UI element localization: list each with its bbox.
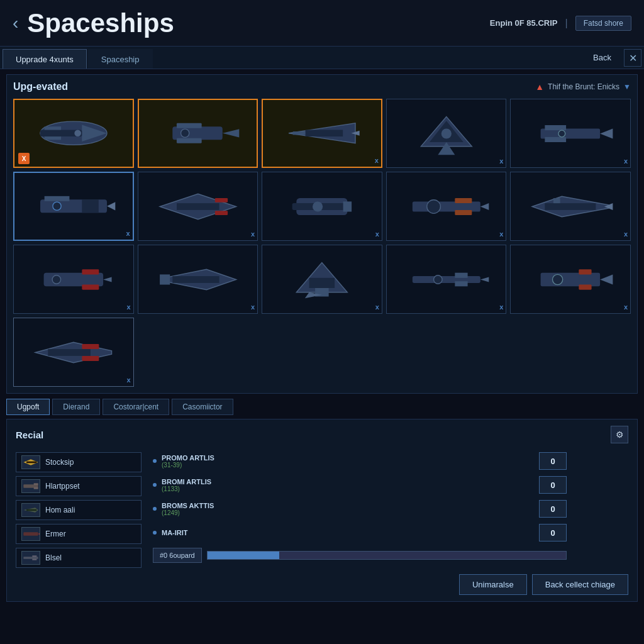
svg-point-38 bbox=[427, 199, 441, 213]
stat-bullet-2 bbox=[153, 483, 157, 487]
ship-cell-15[interactable]: x bbox=[510, 245, 631, 314]
unimaralse-button[interactable]: Unimaralse bbox=[459, 574, 527, 595]
svg-rect-14 bbox=[293, 131, 306, 135]
bottom-tabs: Ugpoft Dierand Costorar|cent Casomiictor bbox=[6, 399, 638, 415]
ship-cell-5[interactable]: x bbox=[510, 99, 631, 168]
svg-rect-36 bbox=[343, 201, 352, 211]
svg-rect-43 bbox=[545, 203, 596, 210]
stat-value-2: 0 bbox=[539, 476, 567, 494]
ship-cell-11[interactable]: x bbox=[13, 245, 134, 314]
stat-bullet-3 bbox=[153, 507, 157, 511]
close-button[interactable]: ✕ bbox=[624, 49, 641, 67]
filter-dropdown-icon[interactable]: ▼ bbox=[623, 82, 631, 91]
stat-item-1: PROMO ARTLIS (31-39) 0 bbox=[153, 452, 567, 470]
stat-bullet-4 bbox=[153, 531, 157, 535]
ship-grid: X x bbox=[13, 99, 631, 387]
ship-cell-14[interactable]: x bbox=[386, 245, 507, 314]
ship-list-icon-1 bbox=[21, 455, 40, 469]
top-tab-bar: Upprade 4xunts Spaceship Back ✕ bbox=[0, 47, 644, 69]
header-right: Enpin 0F 85.CRIP | Fatsd shore bbox=[490, 16, 631, 31]
ship-list-item-2[interactable]: Hlartppset bbox=[16, 476, 142, 496]
stat-value-3: 0 bbox=[539, 500, 567, 518]
ship-cell-16[interactable]: x bbox=[13, 318, 134, 387]
svg-point-27 bbox=[53, 202, 61, 210]
share-button[interactable]: Fatsd shore bbox=[575, 16, 631, 31]
ship-cell-8[interactable]: x bbox=[262, 172, 382, 241]
ship-list: Stocksip Hlartppset Hom aali bbox=[16, 452, 142, 568]
svg-point-10 bbox=[181, 129, 189, 137]
svg-rect-69 bbox=[82, 344, 99, 349]
ship-name-5: Blsel bbox=[45, 553, 62, 562]
svg-rect-22 bbox=[545, 136, 567, 142]
filter-area: ▲ Thif the Brunt: Enicks ▼ bbox=[535, 82, 631, 92]
ship-name-2: Hlartppset bbox=[45, 482, 80, 491]
svg-rect-31 bbox=[214, 198, 227, 203]
svg-rect-76 bbox=[34, 487, 38, 489]
stat-label-2: BROMI ARTLIS bbox=[162, 478, 534, 486]
ship-cell-3[interactable]: x bbox=[262, 99, 382, 168]
ship-x-6: x bbox=[126, 230, 130, 237]
ship-list-icon-5 bbox=[21, 551, 40, 565]
svg-rect-39 bbox=[455, 198, 472, 203]
ship-cell-2[interactable] bbox=[138, 99, 258, 168]
svg-rect-62 bbox=[455, 281, 467, 286]
grid-section: Upg-evated ▲ Thif the Brunt: Enicks ▼ X bbox=[6, 74, 638, 394]
stats-list: PROMO ARTLIS (31-39) 0 BROMI ARTLIS (113… bbox=[147, 452, 573, 568]
back-cellect-chiage-button[interactable]: Back cellect chiage bbox=[532, 574, 628, 595]
ship-cell-12[interactable]: x bbox=[138, 245, 258, 314]
ship-x-7: x bbox=[251, 230, 255, 238]
ship-x-16: x bbox=[126, 376, 130, 384]
ship-cell-13[interactable]: x bbox=[262, 245, 382, 314]
svg-rect-55 bbox=[309, 277, 335, 287]
svg-rect-82 bbox=[32, 555, 36, 557]
svg-rect-65 bbox=[579, 269, 592, 274]
back-arrow-icon[interactable]: ‹ bbox=[13, 13, 18, 33]
ship-cell-7[interactable]: x bbox=[138, 172, 258, 241]
svg-rect-40 bbox=[455, 209, 472, 214]
back-button[interactable]: Back bbox=[580, 47, 624, 69]
main-container: Upg-evated ▲ Thif the Brunt: Enicks ▼ X bbox=[0, 69, 644, 607]
ship-name-3: Hom aali bbox=[45, 506, 75, 514]
svg-rect-63 bbox=[541, 272, 601, 286]
tab-casomiictor[interactable]: Casomiictor bbox=[172, 399, 233, 415]
ship-cell-4[interactable]: x bbox=[386, 99, 507, 168]
tab-ugpoft[interactable]: Ugpoft bbox=[6, 399, 50, 415]
ship-list-item-3[interactable]: Hom aali bbox=[16, 500, 142, 520]
ship-cell-9[interactable]: x bbox=[386, 172, 507, 241]
right-column bbox=[578, 452, 628, 568]
tab-costorarlcent[interactable]: Costorar|cent bbox=[103, 399, 169, 415]
svg-rect-4 bbox=[44, 136, 61, 140]
ship-cell-6[interactable]: x bbox=[13, 172, 134, 241]
compare-button[interactable]: #0 6oupard bbox=[153, 548, 202, 563]
ship-list-item-1[interactable]: Stocksip bbox=[16, 452, 142, 472]
svg-point-23 bbox=[558, 130, 565, 137]
ship-cell-1[interactable]: X bbox=[13, 99, 134, 168]
svg-marker-59 bbox=[480, 277, 489, 282]
svg-marker-20 bbox=[600, 128, 613, 138]
stat-label-1: PROMO ARTLIS bbox=[162, 454, 534, 462]
ship-x-11: x bbox=[126, 303, 130, 311]
ship-x-9: x bbox=[499, 230, 503, 238]
tab-upgrade-mounts[interactable]: Upprade 4xunts bbox=[3, 49, 87, 69]
page-title: Spaceships bbox=[27, 8, 490, 38]
ship-list-item-5[interactable]: Blsel bbox=[16, 548, 142, 568]
compare-bar-fill bbox=[208, 552, 279, 559]
svg-rect-70 bbox=[82, 355, 99, 360]
stat-bullet-1 bbox=[153, 459, 157, 463]
ship-cell-10[interactable]: x bbox=[510, 172, 631, 241]
stat-label-4: MA-IRIT bbox=[162, 529, 534, 536]
details-settings-button[interactable]: ⚙ bbox=[611, 426, 628, 443]
tab-spaceship[interactable]: Spaceship bbox=[88, 49, 153, 69]
svg-rect-44 bbox=[553, 198, 560, 203]
svg-rect-47 bbox=[82, 269, 99, 274]
svg-rect-83 bbox=[32, 558, 36, 560]
ship-list-item-4[interactable]: Ermer bbox=[16, 524, 142, 544]
details-section: Recial ⚙ Stocksip Hlartppset bbox=[6, 419, 638, 602]
ship-list-icon-2 bbox=[21, 479, 40, 493]
stat-info-2: BROMI ARTLIS (1133) bbox=[162, 478, 534, 492]
stat-value-1: 0 bbox=[539, 452, 567, 470]
svg-marker-25 bbox=[107, 202, 115, 210]
stat-item-4: MA-IRIT 0 bbox=[153, 524, 567, 541]
tab-dierand[interactable]: Dierand bbox=[52, 399, 100, 415]
svg-point-67 bbox=[553, 274, 563, 284]
